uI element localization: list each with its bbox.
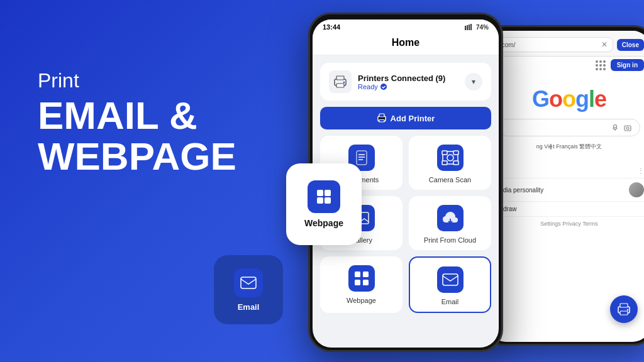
grid-row-3: Webpage Email [320, 256, 491, 313]
chevron-btn[interactable]: ▾ [465, 73, 482, 90]
camera-search-icon[interactable] [623, 123, 632, 132]
webpage-badge[interactable]: Webpage [286, 163, 362, 245]
svg-point-12 [343, 82, 345, 83]
webpage-item[interactable]: Webpage [320, 256, 402, 313]
svg-rect-28 [355, 280, 360, 285]
headline-line1: EMAIL & [38, 94, 197, 137]
webpage-icon-wrap [308, 180, 340, 213]
printer-status: Ready [358, 83, 458, 90]
svg-rect-11 [336, 84, 344, 87]
browser-list: es ⋮ media personality nd draw [488, 163, 644, 217]
webpage-grid-icon [348, 265, 375, 292]
signin-button[interactable]: Sign in [611, 59, 644, 71]
google-languages: ng Việt Français 繁體中文 [536, 143, 602, 151]
printer-info: Printers Connected (9) Ready [358, 74, 458, 90]
add-printer-label: Add Printer [391, 114, 435, 123]
svg-rect-5 [465, 26, 466, 30]
svg-point-23 [447, 155, 453, 161]
browser-top-bar: .com/ ✕ Close [488, 31, 644, 57]
g2: o [549, 86, 562, 112]
svg-rect-1 [317, 190, 323, 196]
svg-rect-30 [443, 274, 458, 285]
list-item-3[interactable]: nd draw [494, 202, 644, 217]
email-item[interactable]: Email [409, 256, 491, 313]
browser-tabs-row: Sign in [488, 57, 644, 74]
svg-point-38 [627, 309, 628, 310]
svg-rect-2 [325, 190, 331, 196]
email-grid-label: Email [441, 298, 459, 305]
svg-rect-3 [317, 197, 323, 204]
browser-screen: .com/ ✕ Close Sign in Google [488, 31, 644, 342]
svg-rect-27 [363, 272, 369, 277]
time-display: 13:44 [323, 23, 340, 31]
svg-rect-22 [453, 161, 458, 165]
camera-scan-icon [437, 145, 464, 171]
browser-url-bar[interactable]: .com/ ✕ [494, 37, 613, 52]
left-panel: Print EMAIL & WEBPAGE [38, 69, 236, 177]
printer-icon [329, 70, 352, 93]
phone-header: Home [313, 33, 499, 55]
printer-row[interactable]: Printers Connected (9) Ready ▾ [320, 63, 491, 101]
clear-icon[interactable]: ✕ [601, 40, 608, 49]
g6: e [594, 86, 606, 112]
add-printer-button[interactable]: Add Printer [320, 107, 491, 129]
g4: g [575, 86, 589, 112]
svg-rect-15 [379, 114, 384, 117]
status-bar: 13:44 74% [313, 19, 499, 33]
svg-rect-4 [325, 197, 331, 204]
svg-rect-16 [379, 119, 384, 122]
camera-scan-item[interactable]: Camera Scan [409, 136, 491, 190]
svg-rect-29 [363, 280, 369, 285]
svg-point-13 [380, 84, 387, 90]
svg-rect-37 [620, 311, 628, 315]
svg-rect-19 [442, 151, 447, 155]
email-badge[interactable]: Email [214, 255, 283, 324]
google-logo: Google [532, 86, 606, 112]
svg-point-34 [626, 127, 629, 129]
svg-point-31 [614, 125, 617, 128]
avatar [629, 182, 644, 197]
svg-rect-7 [469, 25, 470, 30]
print-label: Print [38, 69, 236, 92]
g3: o [562, 86, 575, 112]
status-icons: 74% [465, 24, 489, 31]
mic-icon[interactable] [611, 123, 619, 132]
svg-rect-20 [453, 151, 458, 155]
camera-scan-label: Camera Scan [429, 176, 471, 184]
close-button[interactable]: Close [617, 39, 644, 51]
svg-rect-36 [620, 304, 628, 307]
svg-rect-0 [241, 277, 256, 288]
webpage-grid-label: Webpage [347, 297, 376, 304]
g1: G [532, 86, 549, 112]
list-item-1[interactable]: es ⋮ [494, 163, 644, 178]
print-fab[interactable] [610, 295, 638, 323]
svg-rect-21 [442, 161, 447, 165]
print-from-cloud-label: Print From Cloud [424, 236, 476, 244]
browser-mockup: .com/ ✕ Close Sign in Google [484, 25, 644, 346]
battery-text: 74% [476, 24, 489, 31]
cloud-icon [437, 205, 464, 231]
list-item-2[interactable]: media personality [494, 178, 644, 202]
headline-line2: WEBPAGE [38, 134, 236, 178]
printer-name: Printers Connected (9) [358, 74, 458, 83]
g5: l [589, 86, 594, 112]
apps-grid-icon[interactable] [596, 60, 606, 70]
svg-rect-26 [355, 272, 360, 277]
email-grid-icon [437, 266, 464, 293]
headline: EMAIL & WEBPAGE [38, 95, 236, 177]
print-from-cloud-item[interactable]: Print From Cloud [409, 196, 491, 250]
svg-rect-10 [336, 76, 344, 80]
svg-rect-17 [357, 151, 367, 165]
svg-rect-6 [467, 25, 468, 30]
webpage-badge-label: Webpage [304, 218, 343, 228]
google-search-bar[interactable] [498, 119, 640, 136]
browser-footer: Settings Privacy Terms [488, 217, 644, 231]
email-badge-label: Email [238, 302, 260, 312]
svg-rect-8 [470, 24, 472, 30]
svg-rect-33 [625, 126, 631, 131]
google-search-area: Google ng Việt Français 繁體中文 [488, 74, 644, 163]
email-icon-wrap [234, 268, 263, 297]
